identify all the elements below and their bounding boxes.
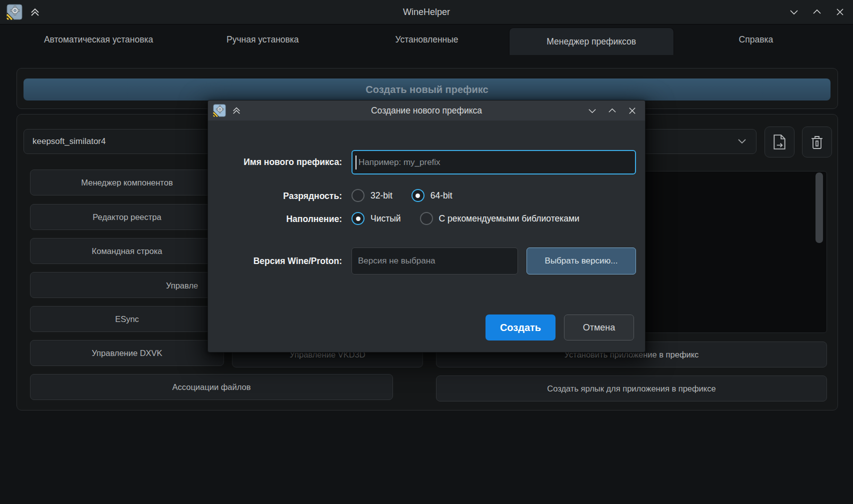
radio-clean[interactable]: [352, 212, 364, 225]
prefix-name-input[interactable]: [352, 150, 636, 174]
dialog-cancel-button[interactable]: Отмена: [564, 314, 634, 340]
winehelper-window: WineHelper Автоматическая установка Ручн…: [0, 0, 853, 504]
dialog-title: Создание нового префикса: [208, 100, 645, 120]
tab-auto-install[interactable]: Автоматическая установка: [16, 24, 180, 55]
dialog-close-icon[interactable]: [627, 106, 637, 116]
dialog-create-button[interactable]: Создать: [486, 314, 556, 340]
dialog-titlebar: Создание нового префикса: [208, 100, 645, 120]
close-icon[interactable]: [835, 7, 845, 17]
create-prefix-dialog: Создание нового префикса Имя нового преф…: [208, 100, 646, 352]
command-line-button[interactable]: Командная строка: [30, 238, 224, 264]
file-associations-button[interactable]: Ассоциации файлов: [30, 374, 393, 400]
chevron-down-icon: [738, 138, 746, 144]
tab-help[interactable]: Справка: [674, 24, 838, 55]
list-scrollbar[interactable]: [816, 172, 823, 243]
prefix-select-value: keepsoft_similator4: [32, 136, 106, 146]
radio-64bit[interactable]: [412, 189, 424, 202]
wine-version-label: Версия Wine/Proton:: [208, 256, 342, 266]
titlebar: WineHelper: [0, 0, 853, 24]
window-title: WineHelper: [0, 0, 853, 24]
bitness-label: Разрядность:: [208, 191, 342, 202]
maximize-icon[interactable]: [812, 7, 822, 17]
dialog-minimize-icon[interactable]: [587, 106, 597, 116]
filling-label: Наполнение:: [208, 214, 342, 224]
radio-recommended-libs-label: С рекомендуемыми библиотеками: [439, 214, 580, 224]
radio-32bit[interactable]: [352, 189, 364, 202]
tab-installed[interactable]: Установленные: [344, 24, 508, 55]
create-app-shortcut-button[interactable]: Создать ярлык для приложения в префиксе: [436, 376, 827, 402]
prefix-name-label: Имя нового префикса:: [208, 157, 342, 168]
trash-icon: [810, 134, 824, 150]
radio-32bit-label: 32-bit: [370, 190, 392, 201]
minimize-icon[interactable]: [789, 7, 799, 17]
wine-version-input[interactable]: [352, 248, 518, 274]
create-shortcut-button[interactable]: [764, 126, 794, 158]
create-new-prefix-button[interactable]: Создать новый префикс: [24, 78, 830, 100]
radio-clean-label: Чистый: [370, 214, 401, 224]
radio-64bit-label: 64-bit: [430, 190, 452, 201]
text-caret: [356, 156, 356, 170]
dxvk-manage-button[interactable]: Управление DXVK: [30, 340, 224, 366]
dialog-maximize-icon[interactable]: [607, 106, 617, 116]
document-arrow-icon: [772, 134, 787, 150]
choose-version-button[interactable]: Выбрать версию...: [526, 248, 636, 274]
component-manager-button[interactable]: Менеджер компонентов: [30, 170, 224, 196]
tab-bar: Автоматическая установка Ручная установк…: [16, 24, 838, 55]
esync-button[interactable]: ESync: [30, 306, 224, 332]
radio-recommended-libs[interactable]: [420, 212, 433, 225]
delete-prefix-button[interactable]: [802, 126, 832, 158]
tab-prefix-manager[interactable]: Менеджер префиксов: [509, 28, 674, 55]
bitness-options: 32-bit 64-bit: [352, 189, 452, 202]
tab-manual-install[interactable]: Ручная установка: [180, 24, 344, 55]
filling-options: Чистый С рекомендуемыми библиотеками: [352, 212, 580, 225]
registry-editor-button[interactable]: Редактор реестра: [30, 204, 224, 230]
